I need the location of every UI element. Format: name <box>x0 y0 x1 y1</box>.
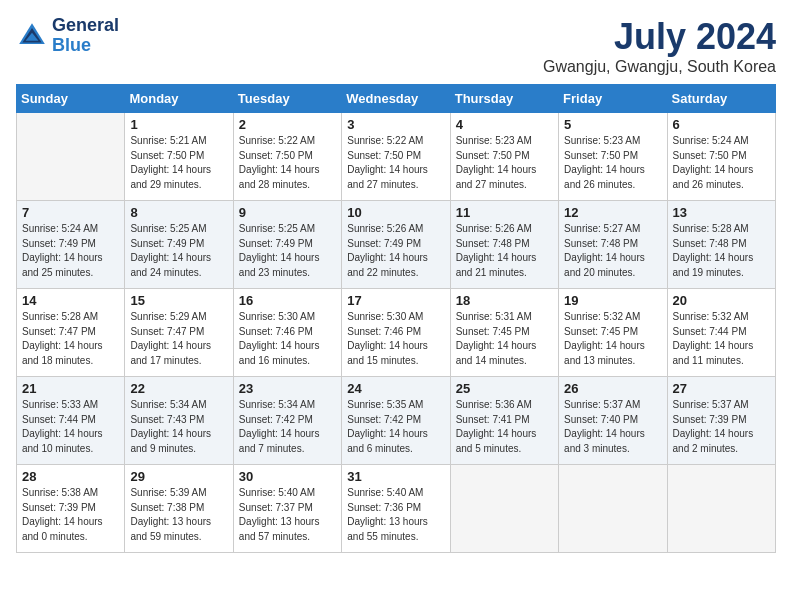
day-number: 28 <box>22 469 119 484</box>
day-cell: 27Sunrise: 5:37 AM Sunset: 7:39 PM Dayli… <box>667 377 775 465</box>
day-number: 26 <box>564 381 661 396</box>
day-cell: 22Sunrise: 5:34 AM Sunset: 7:43 PM Dayli… <box>125 377 233 465</box>
day-detail: Sunrise: 5:40 AM Sunset: 7:37 PM Dayligh… <box>239 486 336 544</box>
week-row-5: 28Sunrise: 5:38 AM Sunset: 7:39 PM Dayli… <box>17 465 776 553</box>
day-number: 3 <box>347 117 444 132</box>
day-number: 1 <box>130 117 227 132</box>
day-number: 15 <box>130 293 227 308</box>
day-number: 22 <box>130 381 227 396</box>
day-cell: 9Sunrise: 5:25 AM Sunset: 7:49 PM Daylig… <box>233 201 341 289</box>
week-row-2: 7Sunrise: 5:24 AM Sunset: 7:49 PM Daylig… <box>17 201 776 289</box>
day-number: 16 <box>239 293 336 308</box>
day-number: 9 <box>239 205 336 220</box>
day-detail: Sunrise: 5:34 AM Sunset: 7:42 PM Dayligh… <box>239 398 336 456</box>
calendar-header-saturday: Saturday <box>667 85 775 113</box>
day-cell: 13Sunrise: 5:28 AM Sunset: 7:48 PM Dayli… <box>667 201 775 289</box>
day-cell: 31Sunrise: 5:40 AM Sunset: 7:36 PM Dayli… <box>342 465 450 553</box>
calendar-header-friday: Friday <box>559 85 667 113</box>
day-cell: 4Sunrise: 5:23 AM Sunset: 7:50 PM Daylig… <box>450 113 558 201</box>
day-number: 13 <box>673 205 770 220</box>
day-detail: Sunrise: 5:33 AM Sunset: 7:44 PM Dayligh… <box>22 398 119 456</box>
day-cell: 8Sunrise: 5:25 AM Sunset: 7:49 PM Daylig… <box>125 201 233 289</box>
logo-icon <box>16 20 48 52</box>
day-cell: 7Sunrise: 5:24 AM Sunset: 7:49 PM Daylig… <box>17 201 125 289</box>
day-cell: 23Sunrise: 5:34 AM Sunset: 7:42 PM Dayli… <box>233 377 341 465</box>
week-row-1: 1Sunrise: 5:21 AM Sunset: 7:50 PM Daylig… <box>17 113 776 201</box>
day-cell: 14Sunrise: 5:28 AM Sunset: 7:47 PM Dayli… <box>17 289 125 377</box>
day-detail: Sunrise: 5:38 AM Sunset: 7:39 PM Dayligh… <box>22 486 119 544</box>
calendar-header-sunday: Sunday <box>17 85 125 113</box>
week-row-3: 14Sunrise: 5:28 AM Sunset: 7:47 PM Dayli… <box>17 289 776 377</box>
day-cell: 5Sunrise: 5:23 AM Sunset: 7:50 PM Daylig… <box>559 113 667 201</box>
day-cell: 19Sunrise: 5:32 AM Sunset: 7:45 PM Dayli… <box>559 289 667 377</box>
logo: General Blue <box>16 16 119 56</box>
calendar-header-monday: Monday <box>125 85 233 113</box>
day-detail: Sunrise: 5:31 AM Sunset: 7:45 PM Dayligh… <box>456 310 553 368</box>
day-detail: Sunrise: 5:30 AM Sunset: 7:46 PM Dayligh… <box>239 310 336 368</box>
day-detail: Sunrise: 5:34 AM Sunset: 7:43 PM Dayligh… <box>130 398 227 456</box>
page-header: General Blue July 2024 Gwangju, Gwangju,… <box>16 16 776 76</box>
day-detail: Sunrise: 5:30 AM Sunset: 7:46 PM Dayligh… <box>347 310 444 368</box>
day-cell: 11Sunrise: 5:26 AM Sunset: 7:48 PM Dayli… <box>450 201 558 289</box>
day-number: 23 <box>239 381 336 396</box>
day-number: 10 <box>347 205 444 220</box>
day-number: 11 <box>456 205 553 220</box>
day-detail: Sunrise: 5:28 AM Sunset: 7:48 PM Dayligh… <box>673 222 770 280</box>
day-detail: Sunrise: 5:26 AM Sunset: 7:49 PM Dayligh… <box>347 222 444 280</box>
day-detail: Sunrise: 5:28 AM Sunset: 7:47 PM Dayligh… <box>22 310 119 368</box>
day-cell: 15Sunrise: 5:29 AM Sunset: 7:47 PM Dayli… <box>125 289 233 377</box>
day-detail: Sunrise: 5:37 AM Sunset: 7:40 PM Dayligh… <box>564 398 661 456</box>
day-cell: 28Sunrise: 5:38 AM Sunset: 7:39 PM Dayli… <box>17 465 125 553</box>
location: Gwangju, Gwangju, South Korea <box>543 58 776 76</box>
day-cell: 17Sunrise: 5:30 AM Sunset: 7:46 PM Dayli… <box>342 289 450 377</box>
day-cell: 25Sunrise: 5:36 AM Sunset: 7:41 PM Dayli… <box>450 377 558 465</box>
day-number: 8 <box>130 205 227 220</box>
month-title: July 2024 <box>543 16 776 58</box>
day-detail: Sunrise: 5:32 AM Sunset: 7:44 PM Dayligh… <box>673 310 770 368</box>
day-number: 19 <box>564 293 661 308</box>
day-number: 7 <box>22 205 119 220</box>
day-cell: 24Sunrise: 5:35 AM Sunset: 7:42 PM Dayli… <box>342 377 450 465</box>
day-number: 5 <box>564 117 661 132</box>
day-cell: 3Sunrise: 5:22 AM Sunset: 7:50 PM Daylig… <box>342 113 450 201</box>
day-cell: 29Sunrise: 5:39 AM Sunset: 7:38 PM Dayli… <box>125 465 233 553</box>
day-number: 31 <box>347 469 444 484</box>
day-number: 20 <box>673 293 770 308</box>
calendar-header-thursday: Thursday <box>450 85 558 113</box>
day-detail: Sunrise: 5:26 AM Sunset: 7:48 PM Dayligh… <box>456 222 553 280</box>
day-cell <box>559 465 667 553</box>
day-cell: 18Sunrise: 5:31 AM Sunset: 7:45 PM Dayli… <box>450 289 558 377</box>
day-number: 12 <box>564 205 661 220</box>
day-detail: Sunrise: 5:39 AM Sunset: 7:38 PM Dayligh… <box>130 486 227 544</box>
day-cell: 30Sunrise: 5:40 AM Sunset: 7:37 PM Dayli… <box>233 465 341 553</box>
day-detail: Sunrise: 5:23 AM Sunset: 7:50 PM Dayligh… <box>564 134 661 192</box>
day-cell: 10Sunrise: 5:26 AM Sunset: 7:49 PM Dayli… <box>342 201 450 289</box>
day-detail: Sunrise: 5:35 AM Sunset: 7:42 PM Dayligh… <box>347 398 444 456</box>
day-cell: 12Sunrise: 5:27 AM Sunset: 7:48 PM Dayli… <box>559 201 667 289</box>
day-detail: Sunrise: 5:23 AM Sunset: 7:50 PM Dayligh… <box>456 134 553 192</box>
day-number: 4 <box>456 117 553 132</box>
calendar: SundayMondayTuesdayWednesdayThursdayFrid… <box>16 84 776 553</box>
day-cell <box>450 465 558 553</box>
logo-line1: General <box>52 16 119 36</box>
day-number: 18 <box>456 293 553 308</box>
day-detail: Sunrise: 5:24 AM Sunset: 7:50 PM Dayligh… <box>673 134 770 192</box>
calendar-header-wednesday: Wednesday <box>342 85 450 113</box>
day-detail: Sunrise: 5:27 AM Sunset: 7:48 PM Dayligh… <box>564 222 661 280</box>
day-cell: 16Sunrise: 5:30 AM Sunset: 7:46 PM Dayli… <box>233 289 341 377</box>
day-detail: Sunrise: 5:21 AM Sunset: 7:50 PM Dayligh… <box>130 134 227 192</box>
day-detail: Sunrise: 5:22 AM Sunset: 7:50 PM Dayligh… <box>347 134 444 192</box>
day-detail: Sunrise: 5:29 AM Sunset: 7:47 PM Dayligh… <box>130 310 227 368</box>
day-cell <box>667 465 775 553</box>
day-detail: Sunrise: 5:25 AM Sunset: 7:49 PM Dayligh… <box>130 222 227 280</box>
day-cell: 26Sunrise: 5:37 AM Sunset: 7:40 PM Dayli… <box>559 377 667 465</box>
day-detail: Sunrise: 5:24 AM Sunset: 7:49 PM Dayligh… <box>22 222 119 280</box>
day-number: 29 <box>130 469 227 484</box>
day-cell: 20Sunrise: 5:32 AM Sunset: 7:44 PM Dayli… <box>667 289 775 377</box>
day-cell: 2Sunrise: 5:22 AM Sunset: 7:50 PM Daylig… <box>233 113 341 201</box>
day-number: 25 <box>456 381 553 396</box>
day-detail: Sunrise: 5:36 AM Sunset: 7:41 PM Dayligh… <box>456 398 553 456</box>
day-detail: Sunrise: 5:25 AM Sunset: 7:49 PM Dayligh… <box>239 222 336 280</box>
day-detail: Sunrise: 5:22 AM Sunset: 7:50 PM Dayligh… <box>239 134 336 192</box>
day-number: 14 <box>22 293 119 308</box>
